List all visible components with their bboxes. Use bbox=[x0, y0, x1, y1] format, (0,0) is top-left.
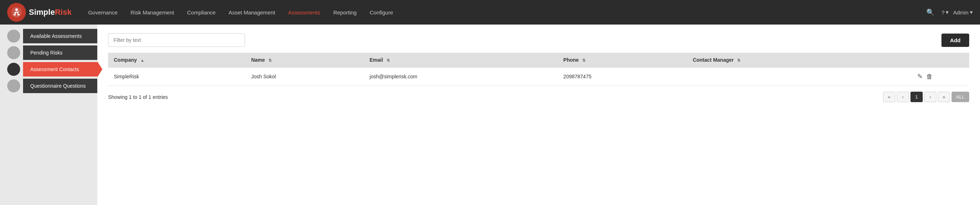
showing-text: Showing 1 to 1 of 1 entries bbox=[108, 94, 168, 100]
navbar: SimpleRisk Governance Risk Management Co… bbox=[0, 0, 980, 24]
sidebar-label-pending-risks: Pending Risks bbox=[23, 45, 97, 60]
sidebar-item-pending-risks[interactable]: Pending Risks bbox=[0, 45, 97, 60]
contacts-table: Company ▲ Name ⇅ Email ⇅ Phone ⇅ bbox=[108, 53, 969, 86]
main-content: Add Company ▲ Name ⇅ Email ⇅ bbox=[97, 24, 980, 205]
brand-name: SimpleRisk bbox=[29, 8, 72, 17]
sidebar-item-questionnaire-questions[interactable]: Questionnaire Questions bbox=[0, 78, 97, 93]
sidebar-label-assessment-contacts: Assessment Contacts bbox=[23, 62, 97, 77]
delete-icon[interactable]: 🗑 bbox=[926, 73, 933, 80]
table-header-row: Company ▲ Name ⇅ Email ⇅ Phone ⇅ bbox=[108, 53, 969, 67]
pagination-prev-button[interactable]: ‹ bbox=[897, 92, 909, 102]
add-button[interactable]: Add bbox=[942, 34, 969, 47]
col-actions bbox=[881, 53, 969, 67]
admin-chevron-icon: ▾ bbox=[970, 9, 973, 16]
sidebar-circle-active bbox=[7, 63, 20, 76]
admin-dropdown[interactable]: Admin ▾ bbox=[953, 9, 973, 16]
brand-logo bbox=[7, 3, 26, 22]
pagination-last-button[interactable]: » bbox=[938, 92, 950, 102]
sidebar: Available Assessments Pending Risks Asse… bbox=[0, 24, 97, 205]
col-name[interactable]: Name ⇅ bbox=[245, 53, 364, 67]
sidebar-label-questionnaire-questions: Questionnaire Questions bbox=[23, 78, 97, 93]
sidebar-circle bbox=[7, 30, 20, 43]
edit-icon[interactable]: ✎ bbox=[917, 72, 923, 80]
sort-email-icon: ⇅ bbox=[387, 58, 390, 63]
nav-item-compliance[interactable]: Compliance bbox=[181, 6, 221, 18]
nav-item-risk-management[interactable]: Risk Management bbox=[125, 6, 180, 18]
col-company[interactable]: Company ▲ bbox=[108, 53, 245, 67]
admin-label: Admin bbox=[953, 10, 969, 16]
sort-name-icon: ⇅ bbox=[269, 58, 272, 63]
sidebar-item-available-assessments[interactable]: Available Assessments bbox=[0, 29, 97, 43]
sidebar-label-available-assessments: Available Assessments bbox=[23, 29, 97, 43]
cell-actions: ✎ 🗑 bbox=[881, 67, 969, 86]
pagination-current-button[interactable]: 1 bbox=[910, 92, 923, 102]
help-dropdown[interactable]: ? ▾ bbox=[942, 9, 949, 16]
sort-company-icon: ▲ bbox=[140, 58, 145, 62]
pagination-row: Showing 1 to 1 of 1 entries « ‹ 1 › » AL… bbox=[108, 92, 969, 102]
sidebar-arrow-icon bbox=[97, 61, 102, 77]
nav-item-reporting[interactable]: Reporting bbox=[328, 6, 363, 18]
nav-right: 🔍 ? ▾ Admin ▾ bbox=[923, 7, 973, 18]
search-button[interactable]: 🔍 bbox=[923, 7, 937, 18]
sort-manager-icon: ⇅ bbox=[737, 58, 740, 63]
sidebar-circle bbox=[7, 46, 20, 59]
sidebar-circle bbox=[7, 79, 20, 92]
filter-input[interactable] bbox=[108, 33, 245, 47]
pagination-next-button[interactable]: › bbox=[924, 92, 936, 102]
nav-item-asset-management[interactable]: Asset Management bbox=[223, 6, 281, 18]
help-label: ? bbox=[942, 10, 944, 16]
nav-item-assessments[interactable]: Assessments bbox=[282, 6, 326, 18]
cell-phone: 2098787475 bbox=[558, 67, 687, 86]
sort-phone-icon: ⇅ bbox=[582, 58, 585, 63]
main-layout: Available Assessments Pending Risks Asse… bbox=[0, 24, 980, 205]
cell-email: josh@simplerisk.com bbox=[364, 67, 558, 86]
nav-item-governance[interactable]: Governance bbox=[83, 6, 124, 18]
pagination-first-button[interactable]: « bbox=[883, 92, 895, 102]
filter-row: Add bbox=[108, 33, 969, 47]
svg-point-2 bbox=[15, 8, 18, 11]
cell-name: Josh Sokol bbox=[245, 67, 364, 86]
table-row: SimpleRisk Josh Sokol josh@simplerisk.co… bbox=[108, 67, 969, 86]
pagination-controls: « ‹ 1 › » ALL bbox=[883, 92, 969, 102]
help-chevron-icon: ▾ bbox=[946, 9, 949, 16]
brand[interactable]: SimpleRisk bbox=[7, 3, 72, 22]
col-contact-manager[interactable]: Contact Manager ⇅ bbox=[687, 53, 881, 67]
nav-item-configure[interactable]: Configure bbox=[364, 6, 399, 18]
cell-company: SimpleRisk bbox=[108, 67, 245, 86]
nav-menu: Governance Risk Management Compliance As… bbox=[83, 6, 924, 18]
sidebar-item-assessment-contacts[interactable]: Assessment Contacts bbox=[0, 62, 97, 77]
col-phone[interactable]: Phone ⇅ bbox=[558, 53, 687, 67]
col-email[interactable]: Email ⇅ bbox=[364, 53, 558, 67]
cell-contact-manager bbox=[687, 67, 881, 86]
pagination-all-button[interactable]: ALL bbox=[951, 92, 969, 102]
